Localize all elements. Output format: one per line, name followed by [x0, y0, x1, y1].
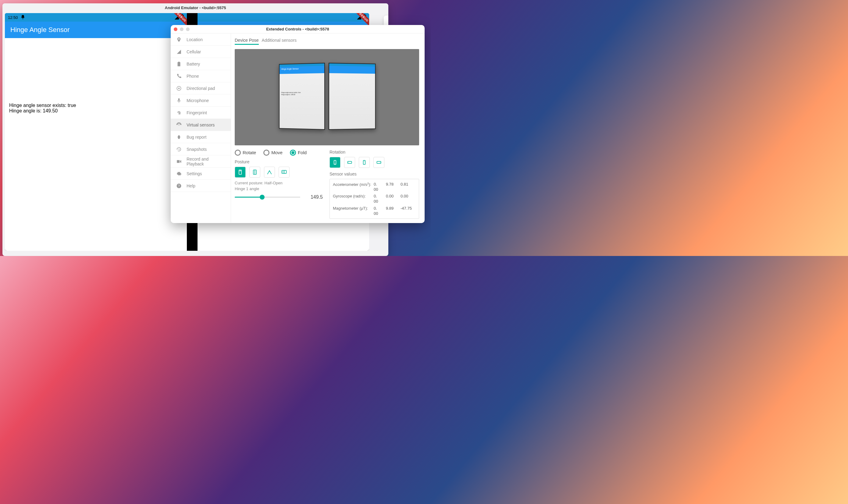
svg-point-9	[269, 170, 270, 172]
tab-additional-sensors[interactable]: Additional sensors	[262, 37, 297, 45]
sensor-v2: 0.00	[386, 194, 399, 204]
phone-icon	[176, 73, 182, 79]
sensor-label: Gyroscope (rad/s):	[333, 194, 372, 204]
microphone-icon	[176, 98, 182, 103]
sensor-row-accel: Accelerometer (m/s2): 0. 00 9.78 0.81	[333, 181, 416, 193]
rotation-buttons	[330, 157, 419, 168]
sensor-v3: -47.75	[401, 206, 416, 216]
app-title: Hinge Angle Sensor	[11, 26, 70, 34]
sensor-values-panel: Accelerometer (m/s2): 0. 00 9.78 0.81 Gy…	[330, 179, 419, 219]
sidebar-item-label: Help	[187, 183, 195, 188]
mini-app-text: Hinge angle sensor exists: true Hinge an…	[280, 73, 324, 95]
sensor-v2: 9.78	[386, 182, 399, 192]
sidebar-item-label: Battery	[187, 61, 200, 67]
android-statusbar-right: DEBUG	[197, 13, 369, 22]
svg-point-14	[335, 163, 335, 164]
sidebar-item-settings[interactable]: Settings	[171, 167, 231, 180]
sidebar-item-snapshots[interactable]: Snapshots	[171, 143, 231, 156]
radio-move[interactable]: Move	[263, 150, 283, 156]
sidebar-item-bug-report[interactable]: Bug report	[171, 131, 231, 143]
extended-controls-window: Extended Controls - <build>:5578 Locatio…	[171, 25, 425, 223]
sidebar-item-cellular[interactable]: Cellular	[171, 46, 231, 58]
radio-circle-icon	[290, 150, 296, 156]
sensor-v1: 0. 00	[374, 206, 385, 216]
close-icon[interactable]	[174, 28, 177, 31]
bgwin-close-button[interactable]: ×	[386, 19, 389, 24]
sidebar-item-phone[interactable]: Phone	[171, 70, 231, 82]
rotation-landscape-right-button[interactable]	[373, 157, 384, 168]
sidebar-item-record-playback[interactable]: Record and Playback	[171, 156, 231, 167]
ext-sidebar: Location Cellular Battery Phone Directio…	[171, 34, 231, 223]
sidebar-item-label: Microphone	[187, 98, 209, 103]
sidebar-item-label: Phone	[187, 74, 199, 78]
statusbar-time: 12:50	[8, 15, 18, 20]
radio-circle-icon	[263, 150, 269, 156]
sidebar-item-help[interactable]: ? Help	[171, 180, 231, 192]
sensor-v3: 0.81	[401, 182, 416, 192]
rotation-portrait-button[interactable]	[330, 157, 340, 168]
statusbar-alarm-icon	[20, 15, 25, 20]
app-body: Hinge angle sensor exists: true Hinge an…	[9, 103, 182, 114]
fingerprint-icon	[176, 110, 182, 115]
nav-pill-right[interactable]	[265, 248, 302, 249]
radio-rotate[interactable]: Rotate	[235, 150, 256, 156]
posture-label: Posture	[235, 159, 323, 164]
zoom-icon[interactable]	[186, 28, 190, 31]
svg-point-2	[179, 124, 179, 125]
posture-halfopen-button[interactable]	[249, 167, 260, 178]
minimize-icon[interactable]	[180, 28, 183, 31]
ext-titlebar[interactable]: Extended Controls - <build>:5578	[171, 25, 425, 34]
emulator-left-pane: 12:50 DEBUG Hinge Angle Sensor Hinge ang…	[5, 13, 187, 251]
nav-pill-left[interactable]	[78, 248, 114, 249]
emulator-title: Android Emulator - <build>:5575	[165, 5, 226, 10]
sensor-label: Magnetometer (μT):	[333, 206, 372, 216]
ext-window-title: Extended Controls - <build>:5578	[266, 27, 329, 31]
svg-point-20	[380, 162, 381, 163]
rotation-landscape-left-button[interactable]	[344, 157, 355, 168]
device-pose-preview[interactable]: Hinge Angle Sensor Hinge angle sensor ex…	[235, 49, 419, 145]
bug-icon	[176, 134, 182, 140]
location-icon	[176, 37, 182, 42]
emulator-titlebar[interactable]: Android Emulator - <build>:5575	[2, 3, 388, 12]
rotation-label: Rotation	[330, 150, 419, 155]
posture-closed-button[interactable]	[235, 167, 246, 178]
sensor-v3: 0.00	[401, 194, 416, 204]
ext-main: Device Pose Additional sensors Hinge Ang…	[231, 34, 425, 223]
sidebar-item-label: Record and Playback	[187, 157, 225, 166]
svg-point-1	[178, 88, 180, 89]
hinge-exists-text: Hinge angle sensor exists: true	[9, 103, 182, 108]
sidebar-item-label: Snapshots	[187, 147, 207, 152]
radio-label: Fold	[298, 150, 307, 155]
sidebar-item-battery[interactable]: Battery	[171, 58, 231, 70]
fold-device-render: Hinge Angle Sensor Hinge angle sensor ex…	[277, 63, 377, 131]
camera-icon	[176, 159, 182, 164]
svg-rect-6	[240, 170, 241, 171]
sidebar-item-label: Settings	[187, 171, 202, 176]
sidebar-item-dpad[interactable]: Directional pad	[171, 82, 231, 94]
sidebar-item-location[interactable]: Location	[171, 34, 231, 46]
sensor-v2: 9.89	[386, 206, 399, 216]
radio-circle-icon	[235, 150, 241, 156]
sidebar-item-virtual-sensors[interactable]: Virtual sensors	[171, 119, 231, 131]
android-statusbar: 12:50 DEBUG	[5, 13, 187, 22]
sidebar-item-fingerprint[interactable]: Fingerprint	[171, 107, 231, 119]
current-posture-text: Current posture: Half-Open	[235, 181, 323, 185]
hinge-angle-slider[interactable]	[235, 194, 300, 200]
svg-point-12	[283, 172, 283, 173]
posture-tent-button[interactable]	[264, 167, 275, 178]
sidebar-item-microphone[interactable]: Microphone	[171, 94, 231, 107]
pose-mode-radios: Rotate Move Fold	[235, 150, 323, 156]
hinge-angle-value: 149.5	[306, 194, 323, 200]
radio-label: Move	[271, 150, 283, 155]
svg-point-18	[364, 161, 365, 162]
radio-fold[interactable]: Fold	[290, 150, 307, 156]
tab-device-pose[interactable]: Device Pose	[235, 37, 259, 45]
radio-label: Rotate	[243, 150, 256, 155]
sidebar-item-label: Bug report	[187, 135, 206, 140]
posture-buttons	[235, 167, 323, 178]
posture-tabletop-button[interactable]	[279, 167, 289, 178]
ext-tabs: Device Pose Additional sensors	[235, 37, 419, 47]
sidebar-item-label: Fingerprint	[187, 110, 207, 115]
cellular-icon	[176, 49, 182, 55]
rotation-portrait-rev-button[interactable]	[359, 157, 370, 168]
